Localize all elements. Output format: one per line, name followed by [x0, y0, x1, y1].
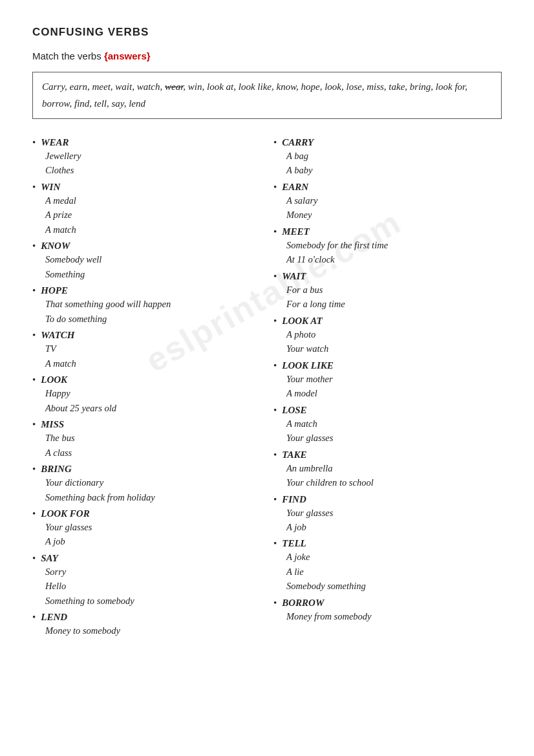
- verb-group: •MISSThe busA class: [32, 419, 261, 460]
- list-item: At 11 o'clock: [286, 252, 502, 266]
- verb-label: HOPE: [41, 285, 68, 296]
- verb-items-list: A medalA prizeA match: [32, 193, 261, 237]
- right-column: •CARRYA bagA baby•EARNA salaryMoney•MEET…: [273, 133, 502, 641]
- list-item: About 25 years old: [45, 401, 261, 415]
- verb-label: LOOK: [41, 374, 67, 385]
- verb-group: •HOPEThat something good will happenTo d…: [32, 285, 261, 326]
- bullet-icon: •: [273, 494, 277, 505]
- bullet-icon: •: [32, 330, 36, 341]
- list-item: A job: [286, 520, 502, 534]
- verb-header: •LOSE: [273, 405, 502, 416]
- bullet-icon: •: [32, 553, 36, 564]
- bullet-icon: •: [32, 419, 36, 430]
- list-item: TV: [45, 341, 261, 356]
- verb-header: •BORROW: [273, 598, 502, 609]
- verb-items-list: Your glassesA job: [32, 520, 261, 549]
- bullet-icon: •: [273, 360, 277, 371]
- verb-group: •MEETSomebody for the first timeAt 11 o'…: [273, 226, 502, 267]
- list-item: Your glasses: [45, 520, 261, 534]
- verb-label: KNOW: [41, 241, 70, 252]
- verb-group: •LOSEA matchYour glasses: [273, 405, 502, 446]
- verb-items-list: That something good will happenTo do som…: [32, 297, 261, 326]
- verb-header: •WIN: [32, 182, 261, 193]
- verb-header: •WATCH: [32, 330, 261, 341]
- bullet-icon: •: [273, 538, 277, 549]
- verb-label: WEAR: [41, 137, 69, 148]
- verb-group: •TAKEAn umbrellaYour children to school: [273, 449, 502, 490]
- list-item: A prize: [45, 208, 261, 222]
- verb-header: •FIND: [273, 494, 502, 505]
- list-item: A job: [45, 534, 261, 548]
- verb-items-list: TVA match: [32, 341, 261, 371]
- bullet-icon: •: [273, 449, 277, 460]
- verb-header: •LOOK AT: [273, 316, 502, 327]
- verb-items-list: A photoYour watch: [273, 327, 502, 356]
- verb-group: •LOOKHappyAbout 25 years old: [32, 374, 261, 415]
- verb-header: •BRING: [32, 464, 261, 475]
- list-item: A match: [286, 416, 502, 431]
- list-item: An umbrella: [286, 461, 502, 475]
- verb-items-list: Your glassesA job: [273, 506, 502, 535]
- verb-label: LEND: [41, 612, 67, 623]
- verb-header: •LOOK LIKE: [273, 360, 502, 371]
- list-item: A baby: [286, 163, 502, 177]
- verb-group: •FINDYour glassesA job: [273, 494, 502, 535]
- verb-header: •LOOK FOR: [32, 508, 261, 519]
- verb-label: WATCH: [41, 330, 74, 341]
- verb-group: •SAYSorryHelloSomething to somebody: [32, 553, 261, 608]
- verb-label: WAIT: [282, 271, 306, 282]
- list-item: Your children to school: [286, 475, 502, 490]
- list-item: Your mother: [286, 372, 502, 386]
- bullet-icon: •: [32, 182, 36, 193]
- verb-header: •LEND: [32, 612, 261, 623]
- verb-header: •WEAR: [32, 137, 261, 148]
- list-item: To do something: [45, 312, 261, 326]
- list-item: Your glasses: [286, 431, 502, 445]
- list-item: Your watch: [286, 341, 502, 356]
- bullet-icon: •: [273, 405, 277, 416]
- verb-items-list: Money from somebody: [273, 609, 502, 623]
- verb-header: •MISS: [32, 419, 261, 430]
- list-item: For a long time: [286, 297, 502, 311]
- verb-header: •WAIT: [273, 271, 502, 282]
- verb-header: •MEET: [273, 226, 502, 237]
- verb-group: •KNOWSomebody wellSomething: [32, 241, 261, 281]
- bullet-icon: •: [273, 598, 277, 609]
- list-item: Money: [286, 208, 502, 222]
- verb-header: •SAY: [32, 553, 261, 564]
- verb-label: CARRY: [282, 137, 314, 148]
- bullet-icon: •: [32, 374, 36, 385]
- verb-header: •CARRY: [273, 137, 502, 148]
- bullet-icon: •: [32, 464, 36, 475]
- list-item: For a bus: [286, 283, 502, 297]
- verb-label: EARN: [282, 182, 308, 193]
- verb-label: MEET: [282, 226, 310, 237]
- list-item: A joke: [286, 550, 502, 564]
- list-item: The bus: [45, 431, 261, 445]
- bullet-icon: •: [273, 137, 277, 148]
- word-box: Carry, earn, meet, wait, watch, wear, wi…: [32, 72, 502, 119]
- list-item: Clothes: [45, 163, 261, 177]
- verb-group: •WATCHTVA match: [32, 330, 261, 371]
- list-item: Jewellery: [45, 149, 261, 163]
- bullet-icon: •: [32, 285, 36, 296]
- verb-group: •LOOK LIKEYour motherA model: [273, 360, 502, 401]
- verb-group: •LOOK FORYour glassesA job: [32, 508, 261, 549]
- list-item: Sorry: [45, 565, 261, 579]
- list-item: Hello: [45, 579, 261, 593]
- verb-group: •LOOK ATA photoYour watch: [273, 316, 502, 356]
- verb-items-list: A matchYour glasses: [273, 416, 502, 446]
- bullet-icon: •: [32, 612, 36, 623]
- list-item: Somebody something: [286, 579, 502, 593]
- list-item: A match: [45, 222, 261, 237]
- verb-label: LOOK FOR: [41, 508, 89, 519]
- bullet-icon: •: [273, 226, 277, 237]
- verb-group: •WAITFor a busFor a long time: [273, 271, 502, 312]
- list-item: Somebody well: [45, 252, 261, 266]
- verb-label: FIND: [282, 494, 306, 505]
- verb-group: •BORROWMoney from somebody: [273, 598, 502, 623]
- list-item: Money to somebody: [45, 623, 261, 638]
- verb-items-list: Your dictionarySomething back from holid…: [32, 475, 261, 504]
- verb-label: LOSE: [282, 405, 306, 416]
- list-item: A salary: [286, 193, 502, 208]
